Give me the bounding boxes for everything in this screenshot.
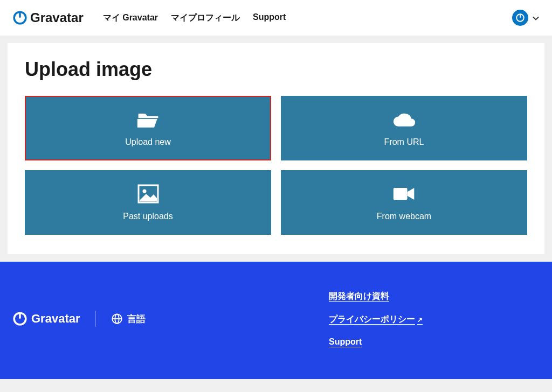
language-label: 言語 [127,313,146,325]
tile-upload-new[interactable]: Upload new [25,96,271,160]
folder-open-icon [136,109,160,130]
upload-options-grid: Upload new From URL Past uploads From we… [25,96,527,235]
external-link-icon: ↗ [417,316,423,324]
svg-point-5 [142,190,146,193]
nav-my-profile[interactable]: マイプロフィール [171,12,240,24]
avatar [512,10,528,26]
svg-rect-8 [19,313,20,319]
tile-from-url[interactable]: From URL [281,96,527,160]
cloud-icon [392,109,416,130]
svg-rect-6 [393,188,407,200]
globe-icon [111,313,123,325]
video-camera-icon [392,184,416,204]
brand-name: Gravatar [30,10,84,25]
tile-label: From URL [384,137,424,147]
image-icon [136,184,160,204]
footer-brand[interactable]: Gravatar [13,312,80,326]
footer-brand-name: Gravatar [31,312,80,326]
gravatar-icon [13,312,27,326]
page-title: Upload image [25,58,527,81]
upload-card: Upload image Upload new From URL Past up… [8,43,544,254]
footer-link-support[interactable]: Support [329,337,423,347]
tile-label: Upload new [125,137,171,147]
footer-link-developers[interactable]: 開発者向け資料 [329,291,423,302]
nav-my-gravatar[interactable]: マイ Gravatar [103,12,158,24]
tile-label: Past uploads [123,212,173,221]
footer-link-privacy[interactable]: プライバシーポリシー↗ [329,314,423,325]
nav-support[interactable]: Support [253,12,286,24]
header: Gravatar マイ Gravatar マイプロフィール Support [0,0,552,36]
language-selector[interactable]: 言語 [111,313,146,325]
footer-links: 開発者向け資料 プライバシーポリシー↗ Support [329,291,541,347]
account-menu[interactable] [512,10,539,26]
footer: Gravatar 言語 開発者向け資料 プライバシーポリシー↗ Support [0,262,552,379]
brand-logo[interactable]: Gravatar [13,10,84,25]
divider [95,311,96,327]
chevron-down-icon [533,13,539,22]
main: Upload image Upload new From URL Past up… [0,36,552,262]
main-nav: マイ Gravatar マイプロフィール Support [103,12,286,24]
tile-from-webcam[interactable]: From webcam [281,170,527,235]
gravatar-icon [13,11,27,25]
footer-left: Gravatar 言語 [11,291,146,347]
tile-label: From webcam [377,212,431,221]
svg-rect-3 [520,15,521,18]
svg-rect-1 [19,12,20,18]
tile-past-uploads[interactable]: Past uploads [25,170,271,235]
